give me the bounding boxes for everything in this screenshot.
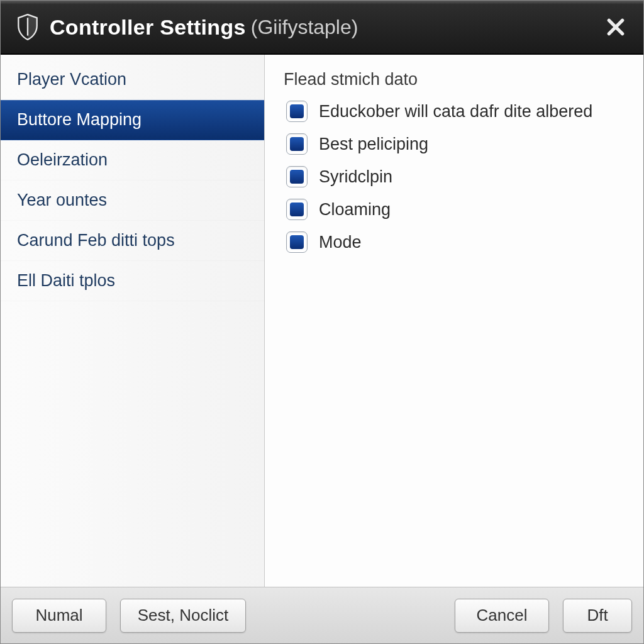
checkbox-checked-icon: [290, 170, 304, 184]
option-label: Mode: [319, 233, 362, 252]
sidebar-item-oeleirzation[interactable]: Oeleirzation: [1, 140, 264, 180]
ok-button[interactable]: Dft: [563, 599, 632, 633]
sidebar-item-player-vcation[interactable]: Player Vcation: [1, 60, 264, 100]
titlebar-highlight: [1, 1, 643, 4]
sidebar-item-ell-daiti[interactable]: Ell Daiti tplos: [1, 261, 264, 301]
sidebar-item-buttore-mapping[interactable]: Buttore Mapping: [1, 100, 264, 140]
content-pane: Flead stmich dato Educkober will cata da…: [265, 55, 643, 587]
sest-noclict-button[interactable]: Sest, Noclict: [120, 599, 246, 633]
option-eduockober[interactable]: Educkober will cata dafr dite albered: [286, 101, 626, 122]
settings-window: Controller Settings (Giifystaple) Player…: [0, 0, 644, 644]
option-best-peliciping[interactable]: Best peliciping: [286, 133, 626, 155]
sidebar-item-label: Ell Daiti tplos: [17, 271, 115, 290]
option-syridclpin[interactable]: Syridclpin: [286, 166, 626, 187]
option-label: Educkober will cata dafr dite albered: [319, 102, 592, 121]
sidebar-item-label: Player Vcation: [17, 70, 126, 89]
options-list: Educkober will cata dafr dite albered Be…: [282, 101, 626, 253]
close-button[interactable]: [602, 13, 630, 41]
sidebar-item-year-ountes[interactable]: Year ountes: [1, 180, 264, 221]
sidebar-item-carund-feb[interactable]: Carund Feb ditti tops: [1, 221, 264, 261]
sidebar-item-label: Carund Feb ditti tops: [17, 231, 175, 250]
checkbox-checked-icon: [290, 203, 304, 216]
checkbox[interactable]: [286, 166, 308, 187]
titlebar: Controller Settings (Giifystaple): [1, 1, 643, 55]
checkbox-checked-icon: [290, 235, 304, 249]
cancel-button[interactable]: Cancel: [455, 599, 549, 633]
option-cloaming[interactable]: Cloaming: [286, 199, 626, 220]
sidebar: Player Vcation Buttore Mapping Oeleirzat…: [1, 55, 265, 587]
button-label: Cancel: [477, 606, 528, 625]
footer: Numal Sest, Noclict Cancel Dft: [1, 587, 643, 643]
checkbox-checked-icon: [290, 104, 304, 118]
sidebar-item-label: Oeleirzation: [17, 150, 108, 169]
option-label: Cloaming: [319, 200, 391, 219]
window-subtitle: (Giifystaple): [251, 16, 358, 39]
window-body: Player Vcation Buttore Mapping Oeleirzat…: [1, 55, 643, 587]
window-title: Controller Settings: [50, 15, 246, 40]
checkbox-checked-icon: [290, 137, 304, 151]
sidebar-item-label: Year ountes: [17, 191, 107, 209]
checkbox[interactable]: [286, 133, 308, 155]
checkbox[interactable]: [286, 101, 308, 122]
close-icon: [606, 17, 626, 37]
checkbox[interactable]: [286, 231, 308, 253]
button-label: Dft: [587, 606, 608, 625]
option-mode[interactable]: Mode: [286, 231, 626, 253]
button-label: Numal: [35, 606, 82, 625]
button-label: Sest, Noclict: [138, 606, 229, 625]
checkbox[interactable]: [286, 199, 308, 220]
sidebar-item-label: Buttore Mapping: [17, 110, 142, 129]
shield-icon: [14, 14, 41, 40]
numal-button[interactable]: Numal: [12, 599, 106, 633]
content-header: Flead stmich dato: [282, 67, 626, 101]
option-label: Best peliciping: [319, 135, 428, 154]
option-label: Syridclpin: [319, 167, 392, 187]
